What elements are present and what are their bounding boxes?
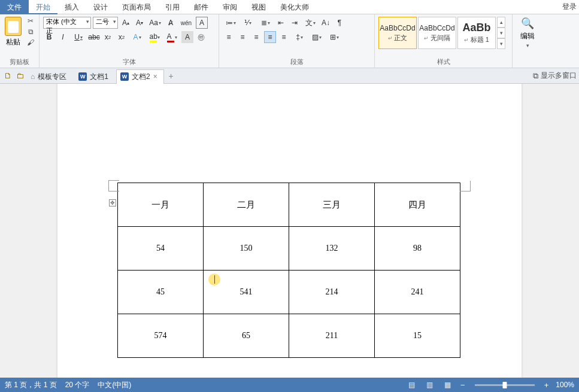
style-heading-1[interactable]: AaBb 标题 1 [457,17,496,49]
style-no-spacing[interactable]: AaBbCcDd 无间隔 [418,17,456,49]
zoom-level[interactable]: 100% [556,381,574,389]
table-row[interactable]: 574 65 211 15 [118,314,460,358]
copy-button[interactable]: ⧉ [26,28,35,36]
align-right-button[interactable]: ≡ [250,31,262,43]
new-blank-icon[interactable]: 🗋 [2,71,13,81]
sort-button[interactable]: A↓ [320,17,332,29]
table-cell[interactable]: 574 [118,314,204,358]
menu-view[interactable]: 视图 [244,0,273,14]
close-tab-button[interactable]: × [153,72,157,81]
enclose-char-button[interactable]: ㊕ [195,31,207,43]
subscript-button[interactable]: x2 [102,31,114,43]
menu-references[interactable]: 引用 [158,0,187,14]
new-tab-button[interactable]: + [165,70,177,82]
grow-font-button[interactable]: A▴ [120,17,132,29]
highlight-button[interactable]: ab▾ [147,31,162,43]
find-icon[interactable]: 🔍 [521,17,534,30]
distribute-button[interactable]: ≡ [278,31,290,43]
open-folder-icon[interactable]: 🗀 [14,71,25,81]
justify-button[interactable]: ≡ [264,31,276,43]
phonetic-guide-button[interactable]: wén [178,17,194,29]
text-direction-button[interactable]: 文▾ [302,17,318,29]
multi-window-button[interactable]: 显示多窗口 [541,71,577,81]
table-cell[interactable]: 541 [204,271,289,314]
menu-beautify[interactable]: 美化大师 [273,0,316,14]
table-cell[interactable]: 三月 [289,183,375,227]
table-row[interactable]: 54 150 132 98 [118,227,460,271]
table-cell[interactable]: 132 [289,227,375,271]
zoom-slider[interactable] [475,384,535,386]
login-link[interactable]: 登录 [562,2,579,12]
font-name-select[interactable]: 宋体 (中文正 [43,17,91,29]
table-row[interactable]: 45 541 214 241 [118,271,460,314]
menu-layout[interactable]: 页面布局 [115,0,158,14]
multilevel-list-button[interactable]: ≣▾ [257,17,273,29]
table-move-handle[interactable]: ✥ [109,199,116,206]
table-cell[interactable]: 54 [118,227,204,271]
italic-button[interactable]: I [57,31,69,43]
zoom-in-button[interactable]: + [543,381,550,390]
char-shading-button[interactable]: A [181,31,193,43]
styles-expand[interactable]: ▾ [497,38,505,49]
underline-button[interactable]: U▾ [71,31,86,43]
word-count[interactable]: 20 个字 [65,380,90,390]
line-spacing-button[interactable]: ‡▾ [292,31,307,43]
format-painter-button[interactable]: 🖌 [26,38,35,47]
decrease-indent-button[interactable]: ⇤ [275,17,287,29]
table-cell[interactable]: 150 [204,227,289,271]
numbering-button[interactable]: ⅟▾ [240,17,256,29]
change-case-button[interactable]: Aa▾ [147,17,163,29]
table-cell[interactable]: 15 [375,314,460,358]
align-left-button[interactable]: ≡ [223,31,235,43]
web-layout-button[interactable]: ▦ [441,380,453,390]
borders-button[interactable]: ⊞▾ [326,31,342,43]
char-border-button[interactable]: A [196,17,208,29]
table-cell[interactable]: 四月 [375,183,460,227]
clear-formatting-button[interactable]: A̷ [165,17,177,29]
tab-templates[interactable]: ⌂ 模板专区 [26,69,73,84]
styles-scroll-down[interactable]: ▾ [497,28,505,38]
menu-design[interactable]: 设计 [86,0,115,14]
bullets-button[interactable]: ≔▾ [223,17,238,29]
table-cell[interactable]: 二月 [204,183,289,227]
table-row[interactable]: 一月 二月 三月 四月 [118,183,460,227]
styles-scroll-up[interactable]: ▴ [497,17,505,28]
menu-mailings[interactable]: 邮件 [187,0,216,14]
cut-button[interactable]: ✂ [26,17,35,25]
menu-file[interactable]: 文件 [0,0,29,14]
paste-button[interactable]: 粘贴 [4,17,22,47]
print-layout-button[interactable]: ▥ [423,380,435,390]
page-indicator[interactable]: 第 1 页，共 1 页 [5,380,57,390]
shrink-font-button[interactable]: A▾ [134,17,145,29]
language-indicator[interactable]: 中文(中国) [98,380,131,390]
tab-doc1[interactable]: W 文档1 [74,69,115,84]
document-area[interactable]: ✥ 一月 二月 三月 四月 54 150 132 98 45 541 214 2… [0,84,579,378]
table-cell[interactable]: 214 [289,271,375,314]
menu-home[interactable]: 开始 [29,0,57,14]
increase-indent-button[interactable]: ⇥ [289,17,301,29]
font-color-button[interactable]: A▾ [164,31,180,43]
edit-label[interactable]: 编辑 [520,31,535,41]
table-cell[interactable]: 241 [375,271,460,314]
strikethrough-button[interactable]: abc [88,31,100,43]
table-cell[interactable]: 45 [118,271,204,314]
document-table[interactable]: 一月 二月 三月 四月 54 150 132 98 45 541 214 241… [117,183,460,358]
table-cell[interactable]: 一月 [118,183,204,227]
tab-doc2[interactable]: W 文档2 × [116,69,164,84]
show-marks-button[interactable]: ¶ [334,17,345,29]
table-cell[interactable]: 65 [204,314,289,358]
menu-insert[interactable]: 插入 [57,0,86,14]
align-center-button[interactable]: ≡ [237,31,248,43]
table-cell[interactable]: 98 [375,227,460,271]
table-cell[interactable]: 211 [289,314,375,358]
text-effects-button[interactable]: A▾ [129,31,145,43]
zoom-out-button[interactable]: − [459,381,466,390]
read-mode-button[interactable]: ▤ [405,380,417,390]
edit-dropdown-icon[interactable]: ▾ [526,42,529,48]
page[interactable]: ✥ 一月 二月 三月 四月 54 150 132 98 45 541 214 2… [57,84,522,378]
shading-button[interactable]: ▨▾ [309,31,325,43]
font-size-select[interactable]: 二号 [93,17,118,29]
superscript-button[interactable]: x2 [116,31,128,43]
menu-review[interactable]: 审阅 [216,0,244,14]
style-normal[interactable]: AaBbCcDd 正文 [378,17,417,49]
